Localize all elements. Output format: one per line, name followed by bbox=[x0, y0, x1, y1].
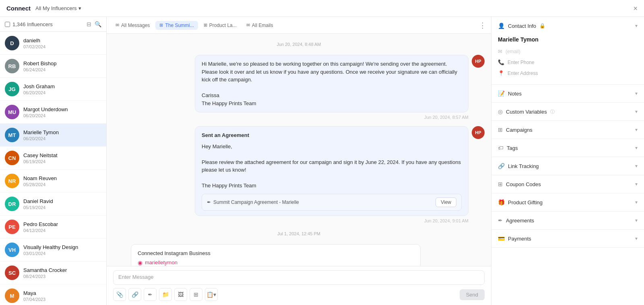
tab-label: The Summi... bbox=[165, 23, 194, 28]
tab-product-la[interactable]: ⊞Product La... bbox=[200, 21, 241, 30]
sidebar-item-info: Robert Bishop06/24/2024 bbox=[23, 60, 101, 72]
close-button[interactable]: × bbox=[633, 5, 638, 12]
section-label-link-tracking: Link Tracking bbox=[508, 163, 539, 169]
section-link-tracking: 🔗 Link Tracking ▾ bbox=[491, 157, 644, 175]
sidebar-actions: ⊟ 🔍 bbox=[87, 21, 101, 27]
sidebar-item-pedro-escobar[interactable]: PEPedro Escobar04/12/2024 bbox=[0, 216, 106, 239]
sidebar-item-name: Samantha Crocker bbox=[23, 267, 101, 273]
tab-label: All Messages bbox=[121, 23, 150, 28]
contact-info-chevron: ▾ bbox=[635, 23, 638, 29]
attachment-icon: ✒ bbox=[207, 199, 211, 206]
section-product-gifting: 🎁 Product Gifting ▾ bbox=[491, 193, 644, 212]
link-button[interactable]: 🔗 bbox=[128, 288, 141, 301]
tab-all-messages[interactable]: ✉All Messages bbox=[111, 21, 154, 30]
sidebar-item-name: danielh bbox=[23, 37, 101, 44]
sidebar: 1,346 Influencers ⊟ 🔍 Ddanielh07/02/2024… bbox=[0, 17, 107, 305]
section-label-payments: Payments bbox=[508, 236, 531, 242]
sidebar-item-date: 05/19/2024 bbox=[23, 205, 101, 210]
section-payments: 💳 Payments ▾ bbox=[491, 230, 644, 248]
section-header-coupon-codes[interactable]: ⊞ Coupon Codes ▾ bbox=[491, 175, 644, 193]
chat-area: ✉All Messages⊞The Summi...⊞Product La...… bbox=[107, 17, 491, 305]
sidebar-item-josh-graham[interactable]: JGJosh Graham06/20/2024 bbox=[0, 78, 106, 101]
sidebar-item-date: 06/24/2024 bbox=[23, 67, 101, 72]
contact-info-header[interactable]: 👤 Contact Info 🔒 ▾ bbox=[491, 17, 644, 35]
view-agreement-button[interactable]: View bbox=[436, 197, 456, 207]
sender-avatar-1: HP bbox=[472, 55, 485, 68]
right-panel: 👤 Contact Info 🔒 ▾ Marielle Tymon ✉ (ema… bbox=[491, 17, 644, 305]
filter-icon[interactable]: ⊟ bbox=[87, 21, 91, 27]
influencer-dropdown[interactable]: All My Influencers ▾ bbox=[35, 5, 81, 11]
sidebar-item-date: 06/20/2024 bbox=[23, 136, 101, 141]
select-all-checkbox[interactable] bbox=[5, 22, 10, 27]
sidebar-item-name: Casey Neitstat bbox=[23, 152, 101, 158]
section-header-payments[interactable]: 💳 Payments ▾ bbox=[491, 230, 644, 247]
attachment-button[interactable]: 📎 bbox=[113, 288, 126, 301]
sidebar-item-info: Visually Healthy Design03/01/2024 bbox=[23, 244, 101, 256]
contact-info-icon: 👤 bbox=[498, 23, 505, 29]
contact-phone-field[interactable]: 📞 Enter Phone bbox=[498, 57, 638, 68]
avatar: RB bbox=[5, 59, 19, 73]
section-tags: 🏷 Tags ▾ bbox=[491, 139, 644, 157]
sidebar-item-name: Visually Healthy Design bbox=[23, 244, 101, 250]
tab-all-emails[interactable]: ✉All Emails bbox=[242, 21, 277, 30]
brand-label: Connect bbox=[6, 5, 31, 12]
section-campaigns: ⊞ Campaigns ▾ bbox=[491, 121, 644, 139]
sidebar-header: 1,346 Influencers ⊟ 🔍 bbox=[0, 17, 106, 32]
tab-the-summit[interactable]: ⊞The Summi... bbox=[155, 21, 198, 30]
contact-address-field[interactable]: 📍 Enter Address bbox=[498, 68, 638, 79]
message-bubble-1: Hi Marielle, we're so pleased to be work… bbox=[195, 55, 469, 112]
phone-icon: 📞 bbox=[498, 59, 504, 65]
agreement-button[interactable]: ✒ bbox=[144, 288, 157, 301]
contact-info-section: 👤 Contact Info 🔒 ▾ Marielle Tymon ✉ (ema… bbox=[491, 17, 644, 85]
contact-info-title: 👤 Contact Info 🔒 bbox=[498, 23, 545, 29]
message-input[interactable]: Enter Message bbox=[113, 270, 485, 285]
sidebar-item-casey-neitstat[interactable]: CNCasey Neitstat06/19/2024 bbox=[0, 147, 106, 170]
sidebar-item-visually-healthy[interactable]: VHVisually Healthy Design03/01/2024 bbox=[0, 239, 106, 261]
send-button[interactable]: Send bbox=[460, 289, 485, 300]
top-bar-left: Connect All My Influencers ▾ bbox=[6, 5, 81, 12]
sidebar-item-daniel-ravid[interactable]: DRDaniel Ravid05/19/2024 bbox=[0, 193, 106, 216]
section-header-agreements[interactable]: ✒ Agreements ▾ bbox=[491, 212, 644, 229]
connected-account-1: ◉ marielletymon bbox=[138, 259, 414, 266]
avatar: D bbox=[5, 36, 19, 50]
section-icon-custom-variables: ◎ bbox=[498, 108, 503, 115]
sidebar-item-info: Samantha Crocker08/24/2023 bbox=[23, 267, 101, 279]
section-icon-link-tracking: 🔗 bbox=[498, 163, 505, 169]
sidebar-item-date: 08/24/2023 bbox=[23, 274, 101, 279]
avatar: NR bbox=[5, 174, 19, 188]
chat-tabs: ✉All Messages⊞The Summi...⊞Product La...… bbox=[107, 17, 491, 34]
instagram-icon-1: ◉ bbox=[138, 259, 142, 266]
template-button[interactable]: 📋▾ bbox=[205, 288, 218, 301]
sidebar-item-maya[interactable]: MMaya07/04/2023 bbox=[0, 284, 106, 305]
section-header-link-tracking[interactable]: 🔗 Link Tracking ▾ bbox=[491, 157, 644, 175]
image-button[interactable]: 🖼 bbox=[174, 288, 187, 301]
section-chevron-tags: ▾ bbox=[635, 145, 638, 151]
tab-label: All Emails bbox=[252, 23, 273, 28]
sidebar-item-info: Josh Graham06/20/2024 bbox=[23, 83, 101, 95]
section-header-notes[interactable]: 📝 Notes ▾ bbox=[491, 85, 644, 102]
chat-more-button[interactable]: ⋮ bbox=[479, 21, 486, 30]
message-2: HP Sent an Agreement Hey Marielle, Pleas… bbox=[113, 126, 485, 223]
sidebar-count: 1,346 Influencers bbox=[5, 21, 53, 27]
sidebar-item-margot-underdown[interactable]: MUMargot Underdown06/20/2024 bbox=[0, 101, 106, 124]
sidebar-item-noam-reuven[interactable]: NRNoam Reuven05/28/2024 bbox=[0, 170, 106, 193]
section-header-product-gifting[interactable]: 🎁 Product Gifting ▾ bbox=[491, 193, 644, 211]
section-header-custom-variables[interactable]: ◎ Custom Variables ⓘ ▾ bbox=[491, 103, 644, 120]
section-header-campaigns[interactable]: ⊞ Campaigns ▾ bbox=[491, 121, 644, 139]
sidebar-item-robert-bishop[interactable]: RBRobert Bishop06/24/2024 bbox=[0, 55, 106, 78]
section-chevron-coupon-codes: ▾ bbox=[635, 181, 638, 187]
section-header-tags[interactable]: 🏷 Tags ▾ bbox=[491, 139, 644, 157]
folder-button[interactable]: 📁 bbox=[159, 288, 172, 301]
search-icon[interactable]: 🔍 bbox=[95, 21, 101, 27]
sidebar-item-danielh[interactable]: Ddanielh07/02/2024 bbox=[0, 32, 106, 55]
chat-messages: Jun 20, 2024, 8:48 AM HP Hi Marielle, we… bbox=[107, 34, 491, 266]
sidebar-item-samantha-crocker[interactable]: SCSamantha Crocker08/24/2023 bbox=[0, 261, 106, 284]
section-label-notes: Notes bbox=[508, 91, 522, 97]
sidebar-item-name: Noam Reuven bbox=[23, 175, 101, 181]
avatar: DR bbox=[5, 197, 19, 211]
timestamp-card-1: Jul 1, 2024, 12:45 PM bbox=[113, 231, 485, 236]
section-chevron-product-gifting: ▾ bbox=[635, 199, 638, 205]
grid-button[interactable]: ⊞ bbox=[190, 288, 202, 301]
sidebar-item-name: Daniel Ravid bbox=[23, 198, 101, 204]
sidebar-item-marielle-tymon[interactable]: MTMarielle Tymon06/20/2024 bbox=[0, 124, 106, 147]
